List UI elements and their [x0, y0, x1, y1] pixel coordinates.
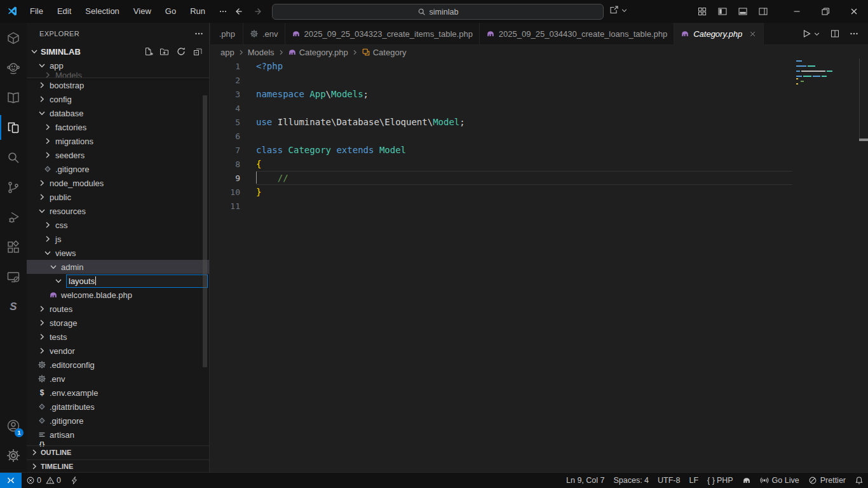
toggle-secondary-sidebar-button[interactable] — [758, 6, 768, 17]
cursor-position-button[interactable]: Ln 9, Col 7 — [562, 473, 609, 488]
workspace-section-header[interactable]: SIMINLAB — [27, 44, 209, 58]
code-line[interactable]: 10} — [210, 185, 868, 199]
editor-more-actions-button[interactable] — [849, 29, 859, 39]
eol-button[interactable]: LF — [684, 473, 703, 488]
toggle-primary-sidebar-button[interactable] — [717, 6, 728, 17]
tree-item-routes[interactable]: routes — [27, 302, 209, 316]
menu-selection[interactable]: Selection — [78, 4, 126, 19]
customize-layout-button[interactable] — [697, 6, 707, 17]
code-line[interactable]: 1<?php — [210, 59, 868, 73]
run-code-button[interactable] — [801, 29, 821, 39]
tree-item-database[interactable]: database — [27, 106, 209, 120]
tree-item-tests[interactable]: tests — [27, 330, 209, 344]
breadcrumb-models[interactable]: Models — [248, 48, 275, 57]
code-line[interactable]: 11 — [210, 199, 868, 213]
notifications-bell-button[interactable] — [850, 473, 868, 488]
explorer-view-icon[interactable] — [0, 112, 27, 142]
restore-button[interactable] — [811, 0, 839, 23]
back-button[interactable] — [234, 6, 244, 17]
tab-create-items-table[interactable]: 2025_09_25_034323_create_items_table.php — [285, 23, 480, 44]
tree-item-env[interactable]: .env — [27, 372, 209, 386]
docs-book-icon[interactable] — [0, 83, 27, 112]
menu-go[interactable]: Go — [158, 4, 183, 19]
extensions-view-icon[interactable] — [0, 232, 27, 262]
outline-pane-header[interactable]: OUTLINE — [27, 445, 209, 459]
close-button[interactable] — [839, 0, 868, 23]
search-view-icon[interactable] — [0, 142, 27, 172]
menu-file[interactable]: File — [23, 4, 50, 19]
source-control-view-icon[interactable] — [0, 172, 27, 202]
code-editor[interactable]: 1<?php 2 3namespace App\Models; 4 5use I… — [210, 59, 868, 473]
breadcrumb-category-php[interactable]: Category.php — [288, 48, 348, 57]
tree-item-env-example[interactable]: $ .env.example — [27, 386, 209, 400]
tree-item-vendor[interactable]: vendor — [27, 344, 209, 358]
tree-item-storage[interactable]: storage — [27, 316, 209, 330]
tree-item-welcome-blade[interactable]: welcome.blade.php — [27, 288, 209, 302]
accounts-button[interactable]: 1 — [0, 410, 27, 440]
tree-item-css[interactable]: css — [27, 218, 209, 232]
tree-item-config[interactable]: config — [27, 92, 209, 106]
tree-item-admin[interactable]: admin — [27, 260, 209, 274]
tab-partial-php[interactable]: .php — [210, 23, 243, 44]
tab-env[interactable]: .env — [243, 23, 285, 44]
monkey-extension-icon[interactable] — [0, 53, 27, 83]
code-line[interactable]: 6 — [210, 129, 868, 143]
container-extension-icon[interactable] — [0, 23, 27, 53]
prettier-button[interactable]: Prettier — [804, 473, 850, 488]
minimize-button[interactable] — [782, 0, 811, 23]
menu-run[interactable]: Run — [183, 4, 212, 19]
s-extension-icon[interactable]: S — [0, 292, 27, 322]
tree-item-gitignore-database[interactable]: .gitignore — [27, 162, 209, 176]
new-folder-button[interactable] — [159, 46, 170, 57]
editor-scrollbar-handle[interactable] — [859, 139, 868, 141]
code-line[interactable]: 2 — [210, 73, 868, 87]
timeline-pane-header[interactable]: TIMELINE — [27, 459, 209, 473]
indentation-button[interactable]: Spaces: 4 — [609, 473, 653, 488]
collapse-folders-button[interactable] — [193, 46, 203, 57]
explorer-more-button[interactable] — [194, 29, 204, 39]
run-debug-view-icon[interactable] — [0, 202, 27, 232]
new-file-button[interactable] — [143, 46, 153, 57]
tree-item-resources[interactable]: resources — [27, 204, 209, 218]
encoding-button[interactable]: UTF-8 — [653, 473, 684, 488]
tree-item-seeders[interactable]: seeders — [27, 148, 209, 162]
tree-item-js[interactable]: js — [27, 232, 209, 246]
split-editor-button[interactable] — [830, 29, 840, 39]
code-line-current[interactable]: 9 // — [210, 171, 868, 185]
forward-button[interactable] — [253, 6, 263, 17]
tree-item-artisan[interactable]: artisan — [27, 428, 209, 442]
tree-item-gitattributes[interactable]: .gitattributes — [27, 400, 209, 414]
sidebar-scrollbar[interactable] — [203, 95, 207, 367]
minimap[interactable] — [796, 60, 841, 86]
tree-item-app[interactable]: app — [27, 58, 209, 72]
close-tab-button[interactable] — [749, 30, 757, 38]
tree-item-gitignore-root[interactable]: .gitignore — [27, 414, 209, 428]
menu-edit[interactable]: Edit — [50, 4, 78, 19]
tree-item-views[interactable]: views — [27, 246, 209, 260]
rename-input[interactable]: layouts — [66, 274, 208, 288]
code-line[interactable]: 7class Category extends Model — [210, 143, 868, 157]
tree-item-migrations[interactable]: migrations — [27, 134, 209, 148]
go-live-button[interactable]: Go Live — [756, 473, 804, 488]
menu-view[interactable]: View — [126, 4, 158, 19]
tab-create-loans-table[interactable]: 2025_09_25_034430_create_loans_table.php — [480, 23, 674, 44]
problems-button[interactable]: 0 0 — [22, 473, 65, 488]
remote-indicator-button[interactable] — [0, 473, 22, 488]
command-center-search[interactable]: siminlab — [272, 4, 604, 20]
breadcrumb-app[interactable]: app — [220, 48, 234, 57]
tree-item-models-clipped[interactable]: Models — [27, 72, 209, 78]
code-line[interactable]: 5use Illuminate\Database\Eloquent\Model; — [210, 115, 868, 129]
code-line[interactable]: 8{ — [210, 157, 868, 171]
toggle-panel-button[interactable] — [738, 6, 748, 17]
breadcrumb-category-symbol[interactable]: Category — [362, 48, 407, 57]
tree-item-bootstrap[interactable]: bootstrap — [27, 78, 209, 92]
tree-item-node-modules[interactable]: node_modules — [27, 176, 209, 190]
remote-explorer-view-icon[interactable] — [0, 262, 27, 292]
menu-more-button[interactable] — [212, 4, 234, 19]
settings-gear-button[interactable] — [0, 440, 27, 470]
bolt-status-button[interactable] — [65, 473, 83, 488]
language-mode-button[interactable]: { }PHP — [703, 473, 738, 488]
tree-item-public[interactable]: public — [27, 190, 209, 204]
tab-category-php[interactable]: Category.php — [674, 23, 764, 45]
tree-item-editorconfig[interactable]: .editorconfig — [27, 358, 209, 372]
